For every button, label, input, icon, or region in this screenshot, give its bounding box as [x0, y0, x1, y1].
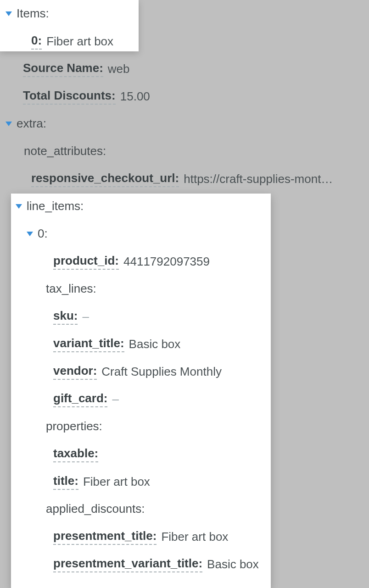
- responsive-checkout-url-key: responsive_checkout_url:: [31, 171, 179, 187]
- presentment-title-key: presentment_title:: [53, 529, 157, 545]
- gift-card-row[interactable]: gift_card: –: [0, 385, 369, 413]
- caret-down-icon[interactable]: [6, 11, 12, 16]
- title-key: title:: [53, 474, 78, 490]
- variant-title-val: Basic box: [129, 337, 181, 351]
- gift-card-key: gift_card:: [53, 391, 107, 407]
- extra-key: extra:: [17, 116, 46, 132]
- extra-header-row[interactable]: extra:: [0, 110, 369, 138]
- presentment-title-row[interactable]: presentment_title: Fiber art box: [0, 523, 369, 550]
- applied-discounts-row[interactable]: applied_discounts:: [0, 495, 369, 523]
- responsive-checkout-url-row[interactable]: responsive_checkout_url: https://craft-s…: [0, 165, 369, 193]
- vendor-row[interactable]: vendor: Craft Supplies Monthly: [0, 358, 369, 385]
- caret-down-icon[interactable]: [27, 232, 33, 236]
- tax-lines-row[interactable]: tax_lines:: [0, 275, 369, 303]
- gift-card-val: –: [112, 392, 118, 406]
- note-attributes-row[interactable]: note_attributes:: [0, 138, 369, 165]
- presentment-variant-title-row[interactable]: presentment_variant_title: Basic box: [0, 550, 369, 578]
- taxable-row[interactable]: taxable:: [0, 440, 369, 468]
- tax-lines-key: tax_lines:: [46, 282, 96, 297]
- applied-discounts-key: applied_discounts:: [46, 502, 145, 517]
- items-header-row[interactable]: Items:: [0, 0, 369, 28]
- product-id-val: 4411792097359: [123, 255, 210, 269]
- note-attributes-key: note_attributes:: [24, 144, 106, 159]
- presentment-variant-title-val: Basic box: [207, 557, 259, 571]
- title-val: Fiber art box: [83, 475, 150, 489]
- line-items-header-row[interactable]: line_items:: [0, 193, 369, 220]
- properties-row[interactable]: properties:: [0, 413, 369, 440]
- product-id-key: product_id:: [53, 254, 119, 270]
- line-items-key: line_items:: [27, 199, 84, 214]
- sku-row[interactable]: sku: –: [0, 303, 369, 330]
- presentment-variant-title-key: presentment_variant_title:: [53, 556, 202, 572]
- sku-val: –: [82, 310, 89, 324]
- grams-key: grams:: [53, 584, 93, 588]
- total-discounts-key: Total Discounts:: [23, 89, 116, 105]
- caret-down-icon[interactable]: [16, 204, 22, 209]
- presentment-title-val: Fiber art box: [161, 530, 228, 544]
- sku-key: sku:: [53, 309, 78, 325]
- items-entry-0-val: Fiber art box: [46, 34, 113, 49]
- source-name-key: Source Name:: [23, 61, 103, 77]
- vendor-val: Craft Supplies Monthly: [101, 365, 222, 379]
- grams-val: –: [98, 585, 104, 588]
- vendor-key: vendor:: [53, 364, 97, 380]
- line-item-0-key: 0:: [38, 227, 48, 242]
- items-entry-0-key: 0:: [31, 33, 42, 50]
- variant-title-key: variant_title:: [53, 336, 124, 352]
- variant-title-row[interactable]: variant_title: Basic box: [0, 330, 369, 358]
- source-name-row[interactable]: Source Name: web: [0, 55, 369, 83]
- total-discounts-row[interactable]: Total Discounts: 15.00: [0, 83, 369, 110]
- properties-key: properties:: [46, 419, 102, 434]
- caret-down-icon[interactable]: [6, 122, 12, 126]
- source-name-val: web: [108, 62, 130, 76]
- product-id-row[interactable]: product_id: 4411792097359: [0, 248, 369, 275]
- items-key: Items:: [17, 6, 49, 22]
- items-entry-0[interactable]: 0: Fiber art box: [0, 28, 369, 55]
- total-discounts-val: 15.00: [120, 89, 150, 104]
- taxable-key: taxable:: [53, 446, 98, 462]
- line-item-0-header-row[interactable]: 0:: [0, 220, 369, 248]
- responsive-checkout-url-val: https://craft-supplies-mont…: [184, 172, 333, 186]
- grams-row[interactable]: grams: –: [0, 578, 369, 588]
- title-row[interactable]: title: Fiber art box: [0, 468, 369, 495]
